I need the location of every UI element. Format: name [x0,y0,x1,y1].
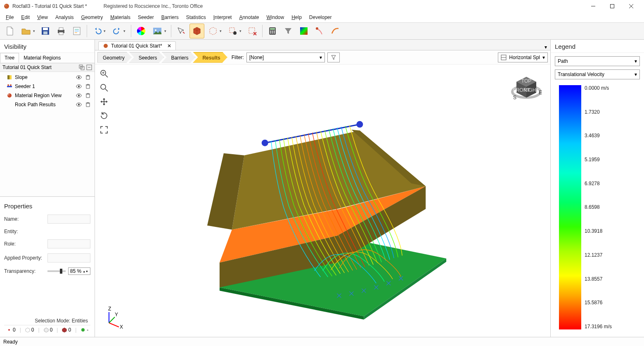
legend-select-path[interactable]: Path▾ [555,56,640,66]
open-file-button[interactable] [18,24,37,38]
menu-geometry[interactable]: Geometry [78,14,107,21]
tree-item-material-region[interactable]: Material Region View [1,91,94,100]
role-field[interactable] [47,239,90,248]
document-tab[interactable]: Tutorial 01 Quick Start* ✕ [98,41,176,50]
split-icon [501,55,507,60]
undo-button[interactable] [90,24,109,38]
trajectory-button[interactable] [312,24,327,38]
filter-tool-button[interactable] [281,24,296,38]
svg-point-49 [7,93,12,98]
menu-help[interactable]: Help [288,14,305,21]
compute-button[interactable] [265,24,280,38]
redo-button[interactable] [109,24,128,38]
legend-select-quantity[interactable]: Translational Velocity▾ [555,69,640,79]
tree-label: Seeder 1 [15,84,73,89]
svg-rect-28 [274,31,275,32]
svg-rect-3 [611,5,614,8]
svg-text:RIGHT: RIGHT [523,87,539,93]
legend-panel: Legend Path▾ Translational Velocity▾ 0.0… [551,40,644,337]
menu-analysis[interactable]: Analysis [52,14,77,21]
legend-title: Legend [551,40,644,53]
svg-point-57 [104,44,108,48]
expand-all-icon[interactable] [79,64,85,70]
menu-window[interactable]: Window [263,14,287,21]
maximize-button[interactable] [603,0,622,12]
tab-material-regions[interactable]: Material Regions [19,53,65,63]
edit-tool-button[interactable] [174,24,189,38]
delete-icon[interactable] [85,83,91,90]
orientation-cube[interactable]: TOP FRONT RIGHT S E [510,72,543,105]
svg-point-17 [155,29,156,31]
close-button[interactable] [622,0,641,12]
document-tab-label: Tutorial 01 Quick Start* [111,43,162,49]
delete-icon[interactable] [85,92,91,99]
seeder-icon [7,84,12,89]
menu-seeder[interactable]: Seeder [135,14,157,21]
filter-settings-button[interactable] [327,52,340,62]
image-button[interactable] [149,24,168,38]
menu-statistics[interactable]: Statistics [183,14,209,21]
close-tab-icon[interactable]: ✕ [167,43,171,49]
wire-cube-button[interactable] [205,24,224,38]
svg-point-54 [78,104,80,105]
window-title: Rocfall3 - Tutorial 01 Quick Start * [12,3,87,9]
main-toolbar [0,22,644,40]
tree-item-seeder[interactable]: Seeder 1 [1,82,94,91]
crumb-barriers[interactable]: Barriers [161,52,195,63]
collapse-all-icon[interactable] [86,64,92,70]
menu-view[interactable]: View [34,14,51,21]
tree-root-label: Tutorial 01 Quick Start [2,64,52,70]
delete-icon[interactable] [85,74,91,81]
svg-point-1 [5,5,7,6]
tab-menu-icon[interactable]: ▾ [545,44,547,50]
svg-text:E: E [539,90,542,95]
minimize-button[interactable] [584,0,603,12]
visibility-toggle-icon[interactable] [76,92,82,99]
trajectory-orange-button[interactable] [328,24,343,38]
svg-point-55 [8,329,10,331]
crumb-results[interactable]: Results [193,52,227,63]
transparency-spinner[interactable]: 85 %▲▼ [68,267,90,275]
solid-cube-button[interactable] [189,24,204,38]
menu-barriers[interactable]: Barriers [158,14,182,21]
svg-line-94 [109,323,119,327]
visibility-toggle-icon[interactable] [76,74,82,81]
slope-icon [7,74,12,80]
menu-developer[interactable]: Developer [306,14,335,21]
new-file-button[interactable] [2,24,17,38]
visibility-toggle-icon[interactable] [76,101,82,108]
svg-rect-25 [270,28,275,30]
menu-file[interactable]: File [2,14,17,21]
svg-text:TOP: TOP [521,78,531,84]
deselect-button[interactable] [245,24,260,38]
tree-item-rock-paths[interactable]: Rock Path Results [1,100,94,109]
lock-selection-button[interactable] [225,24,244,38]
applied-field[interactable] [47,253,90,262]
svg-point-52 [78,95,80,96]
svg-point-79 [356,121,363,128]
3d-viewport[interactable]: Z X Y TOP FRONT RIGHT S E [95,64,550,337]
selection-counts: 0 | 0 | 0 | 0 | - [4,325,90,334]
menu-edit[interactable]: Edit [18,14,33,21]
svg-line-96 [109,317,115,323]
menu-materials[interactable]: Materials [107,14,134,21]
visibility-toggle-icon[interactable] [76,83,82,90]
color-wheel-button[interactable] [134,24,149,38]
center-panel: Tutorial 01 Quick Start* ✕ ▾ Geometry Se… [95,40,551,337]
save-button[interactable] [38,24,53,38]
transparency-slider[interactable] [47,270,66,272]
print-button[interactable] [54,24,69,38]
crumb-seeders[interactable]: Seeders [129,52,164,63]
crumb-geometry[interactable]: Geometry [97,52,132,63]
viewport-split-select[interactable]: Horizontal Spl▾ [498,52,548,62]
report-button[interactable] [69,24,84,38]
heatmap-button[interactable] [296,24,311,38]
filter-select[interactable]: [None]▾ [246,52,325,62]
tab-tree[interactable]: Tree [0,53,19,63]
delete-icon[interactable] [85,101,91,108]
svg-rect-10 [59,28,63,30]
menu-annotate[interactable]: Annotate [236,14,262,21]
name-field[interactable] [47,215,90,224]
menu-interpret[interactable]: Interpret [210,14,235,21]
tree-item-slope[interactable]: Slope [1,73,94,82]
